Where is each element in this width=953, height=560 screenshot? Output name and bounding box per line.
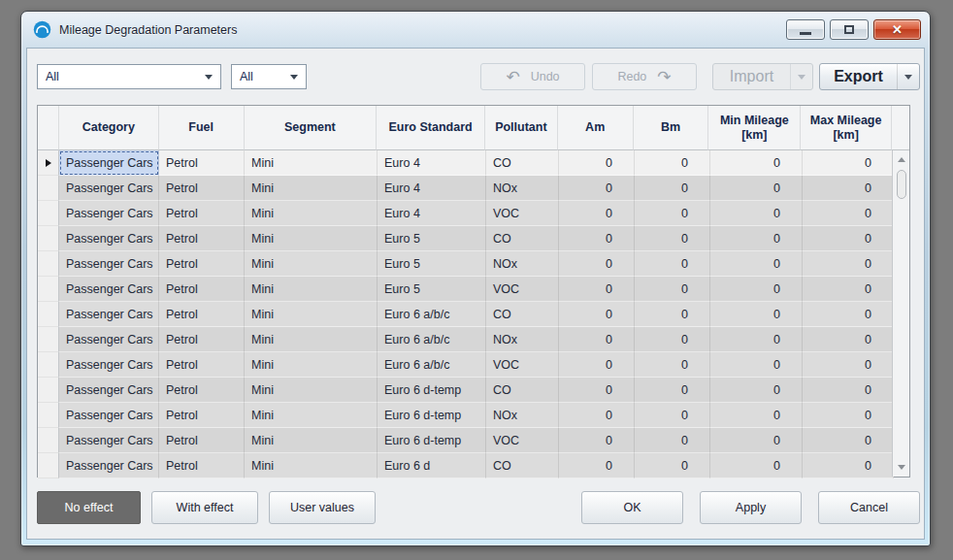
column-header-min-mileage-km[interactable]: Min Mileage [km] (708, 106, 801, 150)
cell[interactable]: 0 (710, 251, 803, 277)
row-header-cell[interactable] (38, 352, 59, 378)
cell[interactable]: Petrol (159, 150, 245, 176)
cell[interactable]: 0 (710, 327, 803, 352)
cell[interactable]: VOC (486, 428, 559, 453)
cell[interactable]: Passenger Cars (59, 176, 159, 201)
cell[interactable]: 0 (710, 378, 803, 403)
apply-button[interactable]: Apply (700, 491, 802, 524)
close-button[interactable]: ✕ (873, 19, 921, 40)
cell[interactable]: CO (486, 150, 559, 176)
cell[interactable]: Euro 5 (378, 277, 486, 302)
cell[interactable]: Euro 6 a/b/c (378, 302, 486, 327)
cell[interactable]: CO (486, 453, 559, 478)
cell[interactable]: CO (486, 302, 559, 327)
cell[interactable]: Petrol (159, 201, 245, 226)
cell[interactable]: Petrol (159, 226, 245, 251)
selected-cell[interactable]: Passenger Cars (59, 150, 159, 176)
cell[interactable]: 0 (559, 327, 635, 352)
column-header-category[interactable]: Category (59, 106, 159, 150)
cell[interactable]: Euro 4 (378, 176, 486, 201)
row-header-cell[interactable] (38, 176, 59, 201)
cell[interactable]: 0 (803, 226, 894, 251)
cell[interactable]: Mini (245, 352, 378, 378)
row-header-cell[interactable] (38, 201, 59, 226)
scroll-down-icon[interactable] (898, 465, 905, 470)
cell[interactable]: 0 (803, 251, 894, 277)
row-header-cell[interactable] (38, 403, 59, 428)
cell[interactable]: CO (486, 226, 559, 251)
cell[interactable]: 0 (635, 251, 710, 277)
column-header-pollutant[interactable]: Pollutant (485, 106, 558, 150)
cell[interactable]: NOx (486, 327, 559, 352)
cell[interactable]: 0 (803, 403, 894, 428)
cell[interactable]: 0 (803, 201, 894, 226)
cell[interactable]: Mini (245, 453, 378, 478)
cell[interactable]: Passenger Cars (59, 226, 159, 251)
cell[interactable]: Mini (245, 327, 378, 352)
cell[interactable]: Petrol (159, 453, 245, 478)
cell[interactable]: 0 (803, 378, 894, 403)
cell[interactable]: Petrol (159, 352, 245, 378)
cell[interactable]: Mini (245, 277, 378, 302)
cell[interactable]: Passenger Cars (59, 352, 159, 378)
cell[interactable]: 0 (710, 176, 803, 201)
cell[interactable]: Petrol (159, 327, 245, 352)
cell[interactable]: NOx (486, 176, 559, 201)
cell[interactable]: 0 (710, 428, 803, 453)
maximize-button[interactable] (830, 19, 869, 40)
cell[interactable]: 0 (635, 302, 710, 327)
cell[interactable]: Passenger Cars (59, 201, 159, 226)
column-header-euro-standard[interactable]: Euro Standard (377, 106, 485, 150)
cancel-button[interactable]: Cancel (818, 491, 920, 524)
cell[interactable]: Euro 6 d-temp (378, 378, 486, 403)
cell[interactable]: Petrol (159, 277, 245, 302)
cell[interactable]: Passenger Cars (59, 277, 159, 302)
minimize-button[interactable] (786, 19, 825, 40)
row-header-cell[interactable] (38, 277, 59, 302)
scrollbar-thumb[interactable] (897, 170, 906, 199)
cell[interactable]: 0 (710, 201, 803, 226)
cell[interactable]: 0 (803, 352, 894, 378)
cell[interactable]: 0 (803, 176, 894, 201)
cell[interactable]: 0 (803, 428, 894, 453)
cell[interactable]: Euro 4 (378, 201, 486, 226)
fuel-filter-dropdown[interactable]: All (231, 64, 307, 89)
redo-button[interactable]: Redo ↷ (592, 63, 697, 90)
cell[interactable]: 0 (559, 251, 635, 277)
cell[interactable]: 0 (559, 378, 635, 403)
scroll-up-icon[interactable] (898, 157, 905, 162)
cell[interactable]: Mini (245, 251, 378, 277)
cell[interactable]: Passenger Cars (59, 251, 159, 277)
export-button[interactable]: Export (819, 63, 920, 90)
undo-button[interactable]: ↶ Undo (480, 63, 585, 90)
cell[interactable]: Passenger Cars (59, 327, 159, 352)
column-header-bm[interactable]: Bm (634, 106, 709, 150)
cell[interactable]: Passenger Cars (59, 302, 159, 327)
cell[interactable]: Petrol (159, 403, 245, 428)
cell[interactable]: Euro 5 (378, 226, 486, 251)
cell[interactable]: VOC (486, 352, 559, 378)
cell[interactable]: 0 (710, 352, 803, 378)
cell[interactable]: 0 (635, 201, 710, 226)
vertical-scrollbar[interactable] (892, 150, 909, 477)
export-dropdown-arrow[interactable] (897, 64, 919, 89)
user-values-button[interactable]: User values (269, 491, 376, 524)
cell[interactable]: Euro 6 a/b/c (378, 327, 486, 352)
cell[interactable]: Euro 6 d-temp (378, 403, 486, 428)
cell[interactable]: VOC (486, 201, 559, 226)
cell[interactable]: 0 (635, 176, 710, 201)
import-button[interactable]: Import (712, 63, 813, 90)
cell[interactable]: 0 (803, 150, 894, 176)
cell[interactable]: 0 (803, 453, 894, 478)
cell[interactable]: 0 (635, 226, 710, 251)
row-header-cell[interactable] (38, 251, 59, 277)
cell[interactable]: 0 (635, 428, 710, 453)
cell[interactable]: 0 (559, 453, 635, 478)
cell[interactable]: Petrol (159, 302, 245, 327)
cell[interactable]: 0 (635, 403, 710, 428)
cell[interactable]: Passenger Cars (59, 453, 159, 478)
row-header-cell[interactable] (38, 302, 59, 327)
cell[interactable]: Petrol (159, 251, 245, 277)
cell[interactable]: Mini (245, 176, 378, 201)
cell[interactable]: 0 (803, 277, 894, 302)
